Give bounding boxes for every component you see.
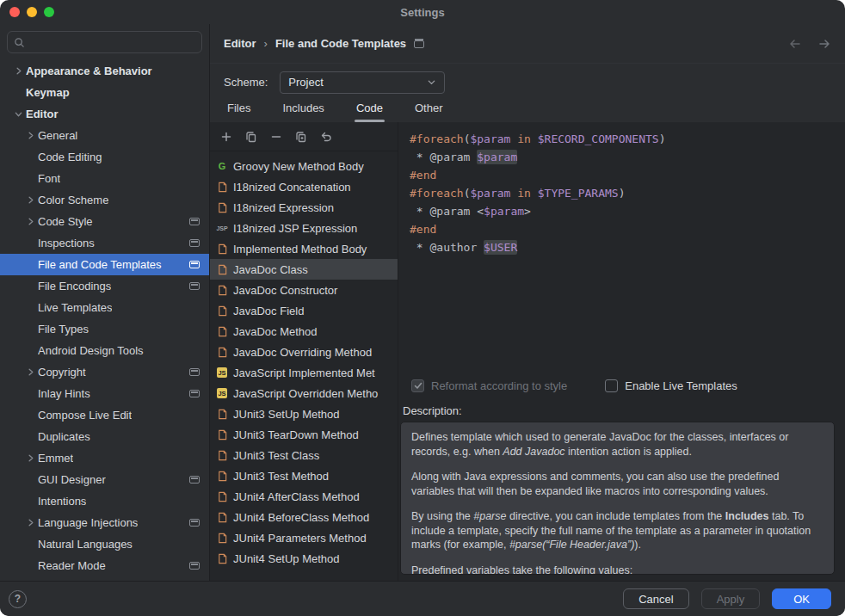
sidebar-item-compose-live-edit[interactable]: Compose Live Edit — [0, 404, 209, 426]
sidebar-item-duplicates[interactable]: Duplicates — [0, 426, 209, 447]
minimize-button[interactable] — [27, 7, 37, 17]
chevron-right-icon[interactable] — [23, 452, 38, 465]
template-item-javadoc-constructor[interactable]: JavaDoc Constructor — [210, 280, 398, 300]
tab-files[interactable]: Files — [225, 101, 252, 121]
settings-search[interactable] — [7, 31, 202, 53]
sidebar-item-label: GUI Designer — [38, 473, 106, 486]
sidebar-item-label: File Encodings — [38, 280, 111, 293]
sidebar-item-file-and-code-templates[interactable]: File and Code Templates — [0, 254, 209, 275]
template-item-junit4-afterclass-method[interactable]: JUnit4 AfterClass Method — [210, 486, 398, 507]
sidebar-item-file-encodings[interactable]: File Encodings — [0, 275, 209, 297]
search-input[interactable] — [30, 35, 195, 50]
sidebar-item-natural-languages[interactable]: Natural Languages — [0, 533, 209, 555]
description-paragraph: Predefined variables take the following … — [411, 564, 823, 576]
template-item-junit4-setup-method[interactable]: JUnit4 SetUp Method — [210, 548, 398, 569]
template-item-label: JUnit4 BeforeClass Method — [233, 511, 369, 524]
breadcrumb-editor[interactable]: Editor — [224, 37, 256, 50]
back-button[interactable] — [788, 38, 802, 50]
sidebar-item-label: File and Code Templates — [38, 258, 162, 271]
description-box[interactable]: Defines template which used to generate … — [400, 422, 835, 575]
sidebar-item-code-style[interactable]: Code Style — [0, 211, 209, 232]
tree-indent — [23, 344, 38, 358]
description-label: Description: — [398, 397, 845, 422]
template-item-junit3-setup-method[interactable]: JUnit3 SetUp Method — [210, 403, 398, 424]
project-level-icon — [189, 282, 200, 290]
reset-button[interactable] — [318, 128, 335, 145]
template-item-i18nized-jsp-expression[interactable]: JSPI18nized JSP Expression — [210, 218, 398, 238]
tree-indent — [23, 387, 38, 401]
template-item-junit3-test-class[interactable]: JUnit3 Test Class — [210, 445, 398, 465]
tab-code[interactable]: Code — [355, 101, 385, 121]
sidebar-item-intentions[interactable]: Intentions — [0, 490, 209, 512]
sidebar-item-gui-designer[interactable]: GUI Designer — [0, 469, 209, 490]
duplicate-button[interactable] — [293, 128, 310, 145]
sidebar-item-emmet[interactable]: Emmet — [0, 447, 209, 469]
sidebar-item-inspections[interactable]: Inspections — [0, 232, 209, 254]
code-line: #foreach($param in $RECORD_COMPONENTS) — [410, 130, 834, 148]
sidebar-item-label: Font — [38, 172, 60, 185]
chevron-right-icon[interactable] — [23, 215, 38, 229]
ok-button[interactable]: OK — [772, 588, 831, 609]
sidebar-item-label: General — [38, 129, 77, 142]
templates-content: GGroovy New Method BodyI18nized Concaten… — [210, 122, 845, 582]
template-item-junit4-beforeclass-method[interactable]: JUnit4 BeforeClass Method — [210, 507, 398, 527]
tab-other[interactable]: Other — [413, 101, 445, 121]
template-item-javadoc-overriding-method[interactable]: JavaDoc Overriding Method — [210, 342, 398, 362]
chevron-right-icon[interactable] — [23, 194, 38, 207]
close-button[interactable] — [9, 7, 20, 17]
zoom-button[interactable] — [44, 7, 54, 17]
remove-icon — [269, 130, 283, 144]
chevron-right-icon[interactable] — [23, 366, 38, 379]
sidebar-item-font[interactable]: Font — [0, 168, 209, 189]
editor-options-row: Reformat according to style Enable Live … — [398, 373, 845, 397]
project-level-icon — [189, 368, 200, 376]
sidebar-item-color-scheme[interactable]: Color Scheme — [0, 189, 209, 211]
cancel-button[interactable]: Cancel — [623, 588, 688, 609]
sidebar-item-label: Reader Mode — [38, 559, 106, 572]
template-item-i18nized-concatenation[interactable]: I18nized Concatenation — [210, 176, 398, 197]
tree-indent — [23, 409, 38, 422]
sidebar-item-file-types[interactable]: File Types — [0, 318, 209, 340]
sidebar-item-editor[interactable]: Editor — [0, 103, 209, 125]
template-item-javascript-overridden-metho[interactable]: JSJavaScript Overridden Metho — [210, 383, 398, 403]
tab-includes[interactable]: Includes — [281, 101, 325, 121]
template-item-junit4-parameters-method[interactable]: JUnit4 Parameters Method — [210, 527, 398, 548]
jsp-icon: JSP — [216, 222, 228, 234]
add-button[interactable] — [218, 128, 235, 145]
template-item-i18nized-expression[interactable]: I18nized Expression — [210, 197, 398, 218]
sidebar-item-label: Code Style — [38, 215, 93, 228]
sidebar-item-live-templates[interactable]: Live Templates — [0, 297, 209, 318]
copy-icon — [244, 130, 258, 144]
reformat-checkbox[interactable]: Reformat according to style — [411, 379, 567, 392]
template-item-javadoc-field[interactable]: JavaDoc Field — [210, 300, 398, 321]
chevron-right-icon[interactable] — [23, 516, 38, 530]
sidebar-item-code-editing[interactable]: Code Editing — [0, 146, 209, 168]
sidebar-item-language-injections[interactable]: Language Injections — [0, 512, 209, 533]
sidebar-item-appearance-behavior[interactable]: Appearance & Behavior — [0, 60, 209, 82]
chevron-down-icon[interactable] — [11, 108, 26, 121]
template-icon — [216, 263, 228, 275]
help-button[interactable]: ? — [9, 590, 27, 608]
apply-button[interactable]: Apply — [701, 588, 761, 609]
sidebar-item-inlay-hints[interactable]: Inlay Hints — [0, 383, 209, 404]
remove-button[interactable] — [268, 128, 285, 145]
forward-button[interactable] — [817, 38, 831, 50]
sidebar-item-keymap[interactable]: Keymap — [0, 82, 209, 103]
template-item-javadoc-class[interactable]: JavaDoc Class — [210, 259, 398, 280]
copy-button[interactable] — [243, 128, 260, 145]
template-code-editor[interactable]: #foreach($param in $RECORD_COMPONENTS) *… — [398, 122, 845, 373]
template-item-junit3-teardown-method[interactable]: JUnit3 TearDown Method — [210, 424, 398, 445]
chevron-right-icon[interactable] — [23, 129, 38, 143]
enable-live-templates-checkbox[interactable]: Enable Live Templates — [605, 379, 737, 392]
template-item-javadoc-method[interactable]: JavaDoc Method — [210, 321, 398, 342]
template-item-junit3-test-method[interactable]: JUnit3 Test Method — [210, 465, 398, 486]
template-item-groovy-new-method-body[interactable]: GGroovy New Method Body — [210, 156, 398, 176]
template-item-javascript-implemented-met[interactable]: JSJavaScript Implemented Met — [210, 362, 398, 383]
sidebar-item-android-design-tools[interactable]: Android Design Tools — [0, 340, 209, 361]
sidebar-item-reader-mode[interactable]: Reader Mode — [0, 555, 209, 576]
sidebar-item-general[interactable]: General — [0, 125, 209, 146]
scheme-dropdown[interactable]: Project — [280, 71, 445, 94]
chevron-right-icon[interactable] — [11, 65, 26, 78]
sidebar-item-copyright[interactable]: Copyright — [0, 361, 209, 383]
template-item-implemented-method-body[interactable]: Implemented Method Body — [210, 238, 398, 259]
